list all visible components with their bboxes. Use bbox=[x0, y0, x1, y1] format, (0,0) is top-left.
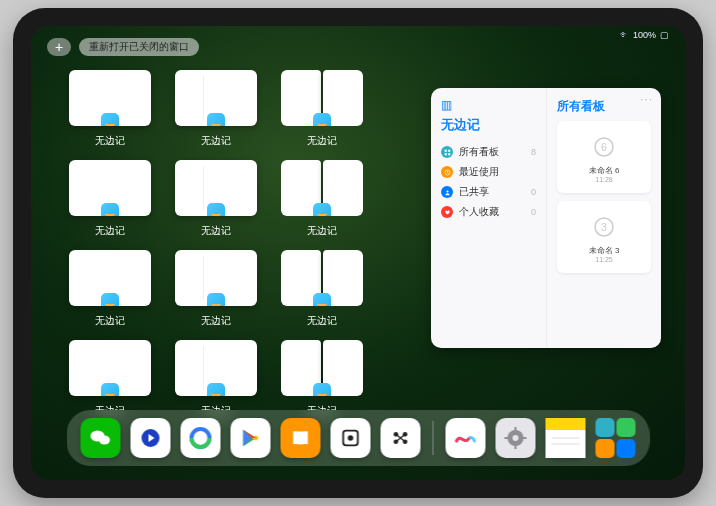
svg-rect-1 bbox=[448, 149, 450, 151]
svg-point-5 bbox=[446, 190, 448, 192]
clock-icon bbox=[441, 166, 453, 178]
window-label: 无边记 bbox=[95, 134, 125, 148]
sidebar-item-label: 个人收藏 bbox=[459, 205, 499, 219]
board-card[interactable]: 6 未命名 6 11:28 bbox=[557, 121, 651, 193]
battery-icon: ▢ bbox=[660, 30, 669, 40]
count-badge: 8 bbox=[531, 147, 536, 157]
battery-text: 100% bbox=[633, 30, 656, 40]
window-thumbnail[interactable]: 无边记 bbox=[69, 250, 151, 328]
sidebar-item-label: 所有看板 bbox=[459, 145, 499, 159]
board-date: 11:25 bbox=[595, 256, 613, 263]
panel-right: ··· 所有看板 6 未命名 6 11:28 3 未命名 3 11:25 bbox=[546, 88, 661, 348]
svg-rect-24 bbox=[515, 445, 517, 449]
sidebar-item-label: 最近使用 bbox=[459, 165, 499, 179]
books-icon bbox=[290, 427, 312, 449]
window-thumbnail[interactable]: 无边记 bbox=[281, 250, 363, 328]
panel-title: 无边记 bbox=[441, 116, 536, 134]
tencent-video-icon bbox=[139, 426, 163, 450]
dock-app-tencent-video[interactable] bbox=[131, 418, 171, 458]
app-library-tile-icon bbox=[596, 418, 615, 437]
svg-rect-26 bbox=[523, 437, 527, 439]
dock-app-settings[interactable] bbox=[496, 418, 536, 458]
sidebar-item-all-boards[interactable]: 所有看板 8 bbox=[441, 142, 536, 162]
window-thumbnail[interactable]: 无边记 bbox=[175, 250, 257, 328]
freeform-icon bbox=[207, 383, 225, 396]
window-label: 无边记 bbox=[95, 224, 125, 238]
freeform-icon bbox=[313, 383, 331, 396]
svg-rect-3 bbox=[448, 153, 450, 155]
dock bbox=[67, 410, 650, 466]
dock-app-freeform[interactable] bbox=[446, 418, 486, 458]
dock-app-library[interactable] bbox=[596, 418, 636, 458]
sidebar-item-label: 已共享 bbox=[459, 185, 489, 199]
sidebar-item-shared[interactable]: 已共享 0 bbox=[441, 182, 536, 202]
svg-point-16 bbox=[348, 435, 354, 441]
window-thumbnail[interactable]: 无边记 bbox=[281, 160, 363, 238]
window-label: 无边记 bbox=[307, 224, 337, 238]
dock-separator bbox=[433, 421, 434, 455]
window-thumbnail[interactable]: 无边记 bbox=[175, 70, 257, 148]
google-play-icon bbox=[240, 427, 262, 449]
dock-app-qq-browser[interactable] bbox=[181, 418, 221, 458]
board-thumbnail-icon: 3 bbox=[589, 212, 619, 242]
dock-app-books[interactable] bbox=[281, 418, 321, 458]
sidebar-item-favorites[interactable]: 个人收藏 0 bbox=[441, 202, 536, 222]
window-thumbnail[interactable]: 无边记 bbox=[175, 160, 257, 238]
board-thumbnail-icon: 6 bbox=[589, 132, 619, 162]
sidebar-item-recent[interactable]: 最近使用 bbox=[441, 162, 536, 182]
wechat-icon bbox=[89, 426, 113, 450]
window-label: 无边记 bbox=[307, 134, 337, 148]
freeform-icon bbox=[207, 293, 225, 306]
freeform-icon bbox=[313, 203, 331, 216]
dock-app-generic-1[interactable] bbox=[331, 418, 371, 458]
more-button[interactable]: ··· bbox=[640, 92, 653, 106]
svg-text:3: 3 bbox=[601, 220, 607, 232]
reopen-closed-window-button[interactable]: 重新打开已关闭的窗口 bbox=[79, 38, 199, 56]
freeform-icon bbox=[207, 203, 225, 216]
window-thumbnail[interactable]: 无边记 bbox=[69, 70, 151, 148]
freeform-icon bbox=[101, 383, 119, 396]
freeform-icon bbox=[101, 203, 119, 216]
freeform-icon bbox=[313, 113, 331, 126]
dock-app-generic-2[interactable] bbox=[381, 418, 421, 458]
dock-app-google-play[interactable] bbox=[231, 418, 271, 458]
notes-icon bbox=[546, 418, 586, 458]
dock-app-wechat[interactable] bbox=[81, 418, 121, 458]
window-label: 无边记 bbox=[201, 224, 231, 238]
square-dot-icon bbox=[340, 427, 362, 449]
freeform-sidebar-panel[interactable]: ▥ 无边记 所有看板 8 最近使用 已共享 0 bbox=[431, 88, 661, 348]
top-controls: + 重新打开已关闭的窗口 bbox=[47, 38, 199, 56]
window-label: 无边记 bbox=[307, 314, 337, 328]
window-thumbnail[interactable]: 无边记 bbox=[281, 70, 363, 148]
freeform-icon bbox=[101, 113, 119, 126]
app-library-tile-icon bbox=[617, 439, 636, 458]
svg-point-22 bbox=[513, 435, 519, 441]
dock-app-notes[interactable] bbox=[546, 418, 586, 458]
wifi-icon: ᯤ bbox=[620, 30, 629, 40]
freeform-icon bbox=[454, 426, 478, 450]
grid-icon bbox=[441, 146, 453, 158]
board-card[interactable]: 3 未命名 3 11:25 bbox=[557, 201, 651, 273]
svg-rect-25 bbox=[505, 437, 509, 439]
freeform-icon bbox=[101, 293, 119, 306]
new-window-button[interactable]: + bbox=[47, 38, 71, 56]
panel-right-title: 所有看板 bbox=[557, 98, 651, 115]
window-thumbnail[interactable]: 无边记 bbox=[281, 340, 363, 418]
sidebar-toggle-icon[interactable]: ▥ bbox=[441, 98, 536, 112]
board-date: 11:28 bbox=[595, 176, 613, 183]
board-title: 未命名 3 bbox=[589, 245, 620, 256]
svg-rect-2 bbox=[444, 153, 446, 155]
window-thumbnail[interactable]: 无边记 bbox=[69, 160, 151, 238]
window-thumbnail[interactable]: 无边记 bbox=[69, 340, 151, 418]
svg-point-11 bbox=[99, 436, 110, 445]
count-badge: 0 bbox=[531, 187, 536, 197]
person-icon bbox=[441, 186, 453, 198]
svg-rect-23 bbox=[515, 427, 517, 431]
gear-icon bbox=[504, 426, 528, 450]
stage-manager-grid: 无边记 无边记 无边记 无边记 无边记 无边记 bbox=[69, 70, 429, 418]
screen: ᯤ 100% ▢ + 重新打开已关闭的窗口 无边记 无边记 无边记 bbox=[31, 26, 685, 480]
window-thumbnail[interactable]: 无边记 bbox=[175, 340, 257, 418]
qq-browser-icon bbox=[189, 426, 213, 450]
svg-rect-0 bbox=[444, 149, 446, 151]
heart-icon bbox=[441, 206, 453, 218]
